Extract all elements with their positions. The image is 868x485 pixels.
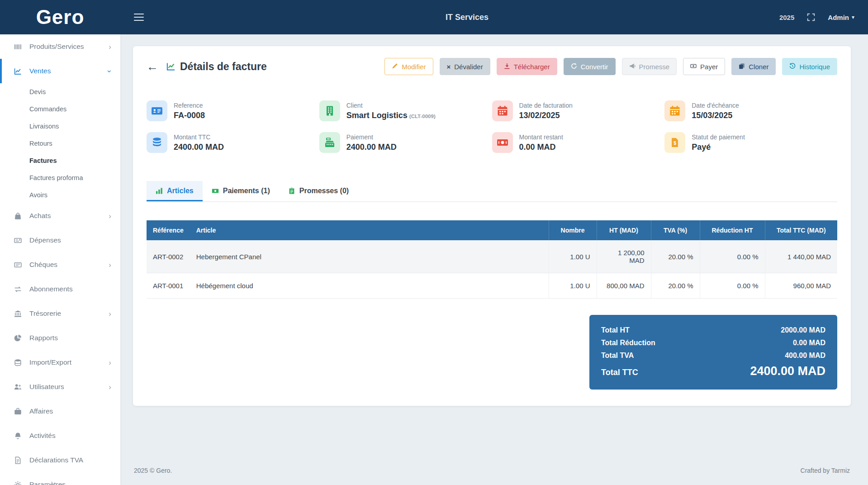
sidebar-item-label: Utilisateurs [29, 383, 109, 391]
sidebar-item-label: Chéques [29, 261, 109, 269]
tab-paiements[interactable]: Paiements (1) [203, 181, 279, 201]
database-icon [14, 359, 22, 366]
cloner-button[interactable]: Cloner [731, 58, 776, 75]
cell-ht: 1 200,00 MAD [597, 240, 651, 273]
sidebar-item-factures[interactable]: Factures [0, 152, 120, 169]
sidebar-item-produits-services[interactable]: Produits/Services › [0, 34, 120, 59]
sidebar-item-abonnements[interactable]: Abonnements [0, 277, 120, 301]
sidebar-subitem-label: Livraisons [29, 123, 59, 130]
sidebar-item-label: Dépenses [29, 236, 111, 244]
sidebar-item-achats[interactable]: Achats › [0, 204, 120, 228]
chevron-right-icon: › [109, 212, 111, 220]
info-value: 15/03/2025 [692, 111, 739, 120]
button-label: Convertir [581, 63, 608, 71]
sidebar-item-label: Ventes [29, 67, 109, 75]
table-row: ART-0001 Hébégement cloud 1.00 U 800,00 … [147, 273, 837, 299]
sidebar-item-commandes[interactable]: Commandes [0, 100, 120, 118]
svg-text:$: $ [674, 141, 676, 146]
logo[interactable]: Gero [0, 6, 120, 29]
col-header-article: Article [190, 220, 549, 240]
sidebar-item-cheques[interactable]: Chéques › [0, 252, 120, 277]
cell-total-ttc: 1 440,00 MAD [765, 240, 837, 273]
client-code: (CLT-0009) [409, 114, 436, 119]
info-label: Statut de paiement [692, 133, 745, 141]
sidebar-item-livraisons[interactable]: Livraisons [0, 118, 120, 135]
credit-text: Crafted by Tarmiz [801, 467, 850, 474]
sidebar-item-label: Abonnements [29, 285, 111, 293]
sidebar-item-parametres[interactable]: Paramètres [0, 472, 120, 485]
cell-tva: 20.00 % [651, 273, 700, 299]
payer-button[interactable]: Payer [683, 58, 725, 75]
devalider-button[interactable]: × Dévalider [440, 58, 490, 75]
info-value: 13/02/2025 [519, 111, 573, 120]
sidebar-item-ventes[interactable]: Ventes › [0, 59, 120, 83]
sidebar-item-factures-proforma[interactable]: Factures proforma [0, 169, 120, 186]
cell-reduction: 0.00 % [700, 240, 765, 273]
sidebar-item-retours[interactable]: Retours [0, 135, 120, 152]
total-label: Total Réduction [601, 339, 655, 347]
total-tva-row: Total TVA 400.00 MAD [601, 349, 825, 362]
col-header-tva: TVA (%) [651, 220, 700, 240]
historique-button[interactable]: Historique [782, 58, 837, 75]
invoice-info-grid: Reference FA-0008 Client Smart Logistics… [147, 100, 837, 153]
sidebar-item-declarations-tva[interactable]: Déclarations TVA [0, 448, 120, 472]
chevron-right-icon: › [109, 310, 111, 318]
table-row: ART-0002 Hebergement CPanel 1.00 U 1 200… [147, 240, 837, 273]
tab-articles[interactable]: Articles [147, 181, 203, 201]
cell-ht: 800,00 MAD [597, 273, 651, 299]
info-label: Reference [174, 102, 205, 109]
clipboard-icon [288, 187, 295, 195]
sidebar-item-affaires[interactable]: Affaires [0, 399, 120, 423]
promesse-button[interactable]: Promesse [622, 58, 677, 75]
invoice-detail-card: ← Détails de facture Modifier × Dévalide… [133, 46, 851, 406]
modifier-button[interactable]: Modifier [384, 58, 433, 75]
chevron-right-icon: › [109, 261, 111, 269]
sidebar-item-tresorerie[interactable]: Trésorerie › [0, 301, 120, 326]
sidebar-item-rapports[interactable]: Rapports [0, 326, 120, 350]
chevron-right-icon: › [109, 383, 111, 391]
info-reference: Reference FA-0008 [147, 100, 319, 121]
money-icon [212, 187, 219, 195]
button-label: Historique [799, 63, 830, 71]
copyright-text: 2025 © Gero. [134, 467, 172, 474]
bell-icon [14, 432, 22, 440]
info-label: Client [346, 102, 436, 109]
detail-tabs: Articles Paiements (1) Promesses (0) [147, 181, 837, 202]
user-menu[interactable]: Admin ▾ [828, 14, 854, 21]
button-label: Télécharger [514, 63, 550, 71]
sidebar-subitem-label: Devis [29, 88, 46, 95]
info-statut-paiement: $ Statut de paiement Payé [664, 132, 837, 153]
total-value: 400.00 MAD [785, 352, 825, 360]
back-arrow-icon[interactable]: ← [147, 61, 158, 72]
megaphone-icon [629, 63, 636, 71]
total-value: 2000.00 MAD [781, 326, 825, 334]
pencil-icon [392, 63, 398, 71]
chart-line-icon [14, 67, 22, 75]
building-icon [319, 100, 340, 121]
cell-reduction: 0.00 % [700, 273, 765, 299]
tab-promesses[interactable]: Promesses (0) [279, 181, 358, 201]
sidebar-item-label: Produits/Services [29, 43, 109, 51]
sidebar-item-avoirs[interactable]: Avoirs [0, 186, 120, 204]
year-selector[interactable]: 2025 [779, 14, 794, 21]
history-icon [789, 63, 796, 71]
telecharger-button[interactable]: Télécharger [497, 58, 557, 75]
info-client: Client Smart Logistics(CLT-0009) [319, 100, 492, 121]
chart-icon [166, 62, 175, 71]
convertir-button[interactable]: Convertir [564, 58, 616, 75]
download-icon [504, 63, 510, 71]
sidebar-item-activites[interactable]: Activités [0, 423, 120, 448]
cell-reference: ART-0001 [147, 273, 190, 299]
sidebar-item-import-export[interactable]: Import/Export › [0, 350, 120, 375]
client-name: Smart Logistics [346, 111, 408, 120]
fullscreen-icon[interactable] [807, 13, 815, 21]
sidebar-item-depenses[interactable]: Dépenses [0, 228, 120, 252]
sidebar-subitem-label: Factures proforma [29, 174, 83, 181]
menu-toggle-icon[interactable] [134, 14, 144, 21]
refresh-icon [571, 63, 577, 71]
sidebar-item-utilisateurs[interactable]: Utilisateurs › [0, 375, 120, 399]
button-label: Payer [700, 63, 718, 71]
briefcase-icon [14, 408, 22, 415]
sidebar-item-devis[interactable]: Devis [0, 83, 120, 100]
barcode-icon [14, 43, 22, 51]
